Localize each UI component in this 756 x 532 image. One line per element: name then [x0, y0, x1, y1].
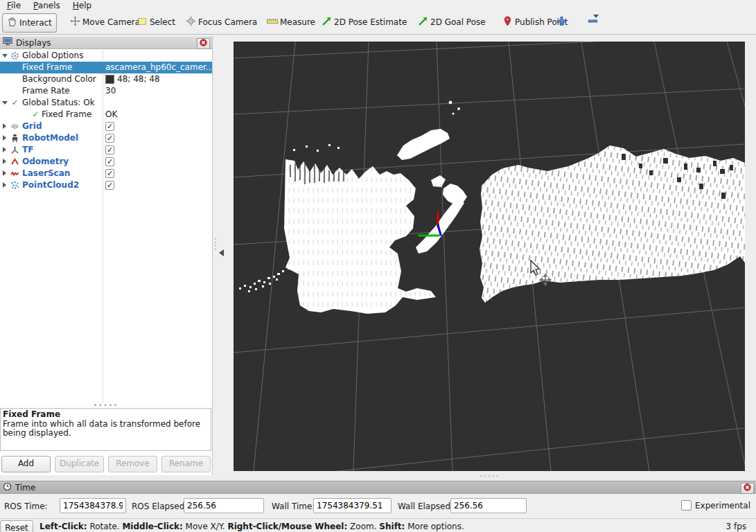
- tree-label: Fixed Frame: [22, 62, 72, 73]
- tree-label: Grid: [22, 121, 42, 132]
- tree-label: Global Status: Ok: [22, 97, 95, 109]
- displays-panel-titlebar[interactable]: Displays: [0, 36, 212, 49]
- hint-action: Rotate.: [87, 522, 123, 531]
- select-tool-button[interactable]: Select: [133, 13, 179, 31]
- goal-pose-tool-label: 2D Goal Pose: [430, 17, 486, 27]
- robot-model-enabled-checkbox[interactable]: ✓: [105, 132, 114, 144]
- tree-label: Frame Rate: [22, 85, 70, 97]
- expander-right-icon[interactable]: [3, 182, 6, 188]
- time-panel-title: Time: [15, 483, 35, 493]
- tree-row-global-options[interactable]: Global Options: [0, 50, 212, 62]
- experimental-checkbox[interactable]: [681, 500, 692, 511]
- select-tool-label: Select: [150, 17, 175, 27]
- toolbar-overflow-chevron-down-icon[interactable]: [593, 15, 599, 18]
- view-time-splitter[interactable]: [234, 474, 745, 479]
- select-box-icon: [137, 16, 148, 28]
- add-tool-button[interactable]: [554, 15, 568, 29]
- close-icon: [744, 484, 751, 493]
- odometry-enabled-checkbox[interactable]: ✓: [105, 156, 114, 168]
- tree-row-global-status[interactable]: ✓ Global Status: Ok: [0, 97, 212, 109]
- ros-elapsed-input[interactable]: [184, 498, 264, 513]
- render-viewport-3d[interactable]: [234, 42, 745, 471]
- status-value: OK: [105, 109, 117, 121]
- color-text: 48; 48; 48: [117, 73, 160, 85]
- tree-label: Odometry: [22, 156, 69, 168]
- measure-tool-button[interactable]: Measure: [263, 13, 319, 31]
- menu-panels[interactable]: Panels: [28, 1, 66, 11]
- expander-right-icon[interactable]: [3, 123, 6, 129]
- tree-row-odometry[interactable]: Odometry ✓: [0, 156, 212, 168]
- tree-row-fixed-frame[interactable]: Fixed Frame ascamera_hp60c_camer...: [0, 62, 212, 73]
- expander-right-icon[interactable]: [3, 135, 6, 141]
- close-icon: [200, 39, 207, 48]
- tree-row-grid[interactable]: Grid ✓: [0, 121, 212, 132]
- reset-button[interactable]: Reset: [0, 520, 33, 532]
- move-camera-tool-label: Move Camera: [82, 17, 140, 27]
- status-bar: Reset Left-Click: Rotate. Middle-Click: …: [0, 518, 756, 532]
- focus-camera-icon: [186, 16, 196, 28]
- expander-right-icon[interactable]: [3, 147, 6, 152]
- expander-down-icon[interactable]: [2, 101, 8, 105]
- viewport-scene: [234, 42, 745, 471]
- robot-icon: [10, 134, 19, 143]
- frame-rate-value[interactable]: 30: [105, 85, 116, 97]
- expander-down-icon[interactable]: [2, 54, 8, 57]
- background-color-value[interactable]: 48; 48; 48: [105, 73, 160, 85]
- ros-time-input[interactable]: [60, 498, 126, 513]
- add-display-button[interactable]: Add: [1, 456, 51, 472]
- duplicate-display-button[interactable]: Duplicate: [55, 456, 104, 472]
- tree-row-laser-scan[interactable]: LaserScan ✓: [0, 168, 212, 179]
- gear-icon: [10, 51, 19, 60]
- tree-row-point-cloud2[interactable]: PointCloud2 ✓: [0, 179, 212, 191]
- menu-file[interactable]: File: [1, 1, 26, 11]
- laser-scan-enabled-checkbox[interactable]: ✓: [105, 168, 114, 179]
- interact-tool-button[interactable]: Interact: [2, 13, 57, 33]
- point-cloud-icon: [10, 181, 19, 190]
- hint-action: Move X/Y.: [183, 522, 228, 531]
- tree-row-tf[interactable]: TF ✓: [0, 144, 212, 156]
- tree-row-robot-model[interactable]: RobotModel ✓: [0, 132, 212, 144]
- help-text: Frame into which all data is transformed…: [3, 419, 200, 438]
- point-cloud2-enabled-checkbox[interactable]: ✓: [105, 179, 114, 191]
- ros-elapsed-label: ROS Elapsed:: [132, 499, 187, 514]
- time-panel-titlebar[interactable]: Time: [0, 481, 756, 494]
- experimental-label: Experimental: [695, 501, 750, 511]
- displays-panel-close-button[interactable]: [197, 38, 210, 49]
- tree-row-background-color[interactable]: Background Color 48; 48; 48: [0, 73, 212, 85]
- focus-camera-tool-button[interactable]: Focus Camera: [182, 13, 261, 31]
- wall-elapsed-label: Wall Elapsed:: [398, 499, 453, 514]
- toolbar: Interact Move Camera Select Focus Camera…: [0, 11, 756, 35]
- ros-time-label: ROS Time:: [4, 499, 48, 514]
- menu-help[interactable]: Help: [67, 1, 97, 11]
- collapse-left-icon[interactable]: [219, 249, 224, 256]
- remove-display-button[interactable]: Remove: [108, 456, 157, 472]
- tree-label: Global Options: [22, 50, 83, 62]
- grid-enabled-checkbox[interactable]: ✓: [105, 121, 114, 132]
- tree-row-frame-rate[interactable]: Frame Rate 30: [0, 85, 212, 97]
- check-icon: ✓: [10, 98, 19, 107]
- wall-time-input[interactable]: [313, 498, 392, 513]
- displays-panel-buttons: Add Duplicate Remove Rename: [0, 456, 212, 474]
- odometry-arrow-icon: [10, 157, 19, 166]
- laser-scan-icon: [10, 169, 19, 178]
- splitter-dots: [215, 238, 216, 250]
- menu-bar: File Panels Help: [0, 0, 756, 11]
- expander-right-icon[interactable]: [3, 159, 6, 164]
- move-camera-icon: [70, 16, 80, 28]
- time-panel-close-button[interactable]: [741, 483, 754, 494]
- pose-estimate-tool-button[interactable]: 2D Pose Estimate: [317, 13, 411, 31]
- tree-row-fixed-frame-status[interactable]: ✓ Fixed Frame OK: [0, 109, 212, 121]
- displays-icon: [3, 37, 12, 48]
- wall-elapsed-input[interactable]: [450, 498, 527, 513]
- pose-estimate-tool-label: 2D Pose Estimate: [334, 17, 407, 27]
- tree-label: Fixed Frame: [42, 109, 91, 121]
- color-swatch: [105, 75, 114, 84]
- displays-panel: Displays Global Options Fixed Frame asca…: [0, 36, 213, 475]
- interact-tool-label: Interact: [19, 18, 52, 28]
- rename-display-button[interactable]: Rename: [161, 456, 211, 472]
- panel-view-splitter[interactable]: [213, 36, 234, 475]
- fixed-frame-value[interactable]: ascamera_hp60c_camer...: [105, 62, 212, 73]
- tf-enabled-checkbox[interactable]: ✓: [105, 144, 114, 156]
- expander-right-icon[interactable]: [3, 170, 6, 176]
- goal-pose-tool-button[interactable]: 2D Goal Pose: [414, 13, 490, 31]
